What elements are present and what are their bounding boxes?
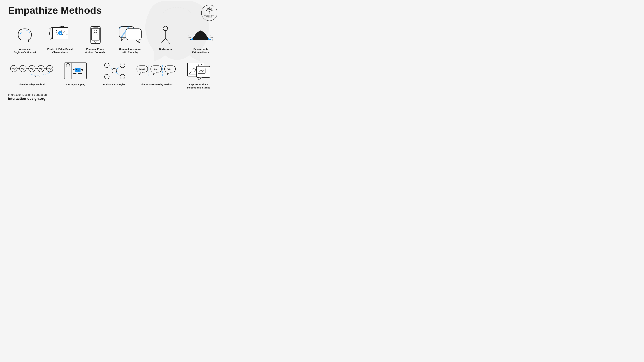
method-photo-video-obs: Photo- & Video-BasedObservations (43, 25, 77, 54)
svg-rect-79 (81, 69, 83, 70)
logo: INTERACTION DESIGN FOUNDATION Est. 2002 (201, 5, 217, 21)
svg-marker-69 (31, 74, 32, 75)
beginners-mindset-icon (12, 25, 38, 46)
svg-rect-77 (75, 68, 80, 72)
engage-extreme-users-label: Engage withExtreme Users (192, 47, 209, 54)
photo-video-journals-icon (82, 25, 108, 46)
method-bodystorm: Bodystorm (148, 25, 182, 51)
svg-rect-107 (196, 66, 210, 77)
svg-line-90 (116, 72, 120, 75)
footer: Interaction Design Foundation interactio… (8, 93, 217, 101)
method-photo-video-journals: Personal Photo& Video Journals (78, 25, 112, 54)
methods-row-1: Assume aBeginner's Mindset (8, 25, 217, 54)
svg-point-11 (210, 9, 211, 10)
bodystorm-label: Bodystorm (159, 47, 172, 51)
svg-text:users: users (210, 36, 213, 38)
method-engage-extreme-users: extreme users extreme users Engage withE… (184, 25, 217, 54)
svg-text:Why?: Why? (12, 68, 16, 70)
svg-point-86 (120, 74, 125, 79)
svg-text:Why?: Why? (39, 68, 43, 70)
five-whys-icon: Why? Why? Why? (9, 60, 54, 81)
footer-url: interaction-design.org (8, 96, 217, 101)
photo-video-obs-label: Photo- & Video-BasedObservations (47, 47, 72, 54)
five-whys-label: The Five Whys Method (18, 83, 45, 86)
svg-point-10 (208, 9, 208, 10)
bodystorm-icon (152, 25, 178, 46)
svg-point-8 (209, 7, 210, 8)
method-five-whys: Why? Why? Why? (9, 60, 54, 86)
svg-text:users: users (188, 36, 191, 38)
footer-org: Interaction Design Foundation (8, 93, 217, 96)
photo-video-obs-icon (47, 25, 73, 46)
svg-point-85 (104, 74, 109, 79)
svg-point-9 (212, 10, 212, 11)
svg-text:What?: What? (139, 68, 145, 70)
method-embrace-analogies: Embrace Analogies (96, 60, 132, 86)
svg-line-88 (116, 67, 120, 69)
svg-line-1 (208, 11, 209, 12)
svg-point-84 (120, 63, 125, 68)
svg-line-41 (161, 38, 166, 43)
svg-text:Why?: Why? (30, 68, 34, 70)
page: Empathize Methods (0, 0, 226, 127)
method-inspirational-stories: Capture & ShareInspirational Stories (181, 60, 216, 89)
what-how-why-icon: What? How? (136, 60, 178, 81)
engage-extreme-users-icon: extreme users extreme users (188, 25, 214, 46)
svg-point-83 (104, 63, 109, 68)
embrace-analogies-label: Embrace Analogies (103, 83, 126, 86)
svg-point-72 (66, 63, 70, 67)
svg-rect-81 (78, 73, 82, 74)
svg-line-42 (165, 38, 170, 43)
conduct-interviews-icon (117, 25, 143, 46)
method-beginners-mindset: Assume aBeginner's Mindset (8, 25, 42, 54)
svg-rect-35 (126, 29, 141, 40)
svg-text:Why?: Why? (168, 68, 172, 70)
svg-line-2 (209, 11, 210, 12)
journey-mapping-label: Journey Mapping (65, 83, 85, 86)
svg-point-7 (206, 10, 207, 11)
methods-row-2: Why? Why? Why? (8, 60, 217, 89)
method-journey-mapping: Journey Mapping (58, 60, 93, 86)
svg-point-38 (163, 26, 168, 31)
embrace-analogies-icon (102, 60, 127, 81)
header: Empathize Methods (8, 5, 217, 21)
logo-text: INTERACTION DESIGN FOUNDATION Est. 2002 (203, 15, 216, 18)
logo-icon (205, 7, 213, 15)
svg-line-89 (109, 72, 112, 75)
svg-text:How?: How? (154, 68, 158, 70)
content: Empathize Methods (8, 5, 217, 101)
svg-line-87 (109, 67, 112, 69)
what-how-why-label: The What-How-Why Method (140, 83, 172, 86)
beginners-mindset-label: Assume aBeginner's Mindset (14, 47, 36, 54)
svg-rect-80 (73, 73, 76, 74)
svg-rect-13 (208, 14, 210, 14)
svg-text:Why?: Why? (20, 68, 25, 70)
photo-video-journals-label: Personal Photo& Video Journals (85, 47, 105, 54)
svg-text:Why?: Why? (48, 68, 52, 70)
method-conduct-interviews: Conduct Interviewswith Empathy (114, 25, 147, 54)
conduct-interviews-label: Conduct Interviewswith Empathy (119, 47, 141, 54)
inspirational-stories-icon (186, 60, 212, 81)
svg-point-82 (112, 68, 117, 73)
svg-text:Root Cause: Root Cause (35, 76, 43, 78)
row-divider (8, 57, 217, 57)
svg-point-12 (209, 9, 210, 10)
method-what-how-why: What? How? (136, 60, 178, 86)
page-title: Empathize Methods (8, 5, 102, 16)
journey-mapping-icon (62, 60, 88, 81)
inspirational-stories-label: Capture & ShareInspirational Stories (187, 83, 210, 89)
